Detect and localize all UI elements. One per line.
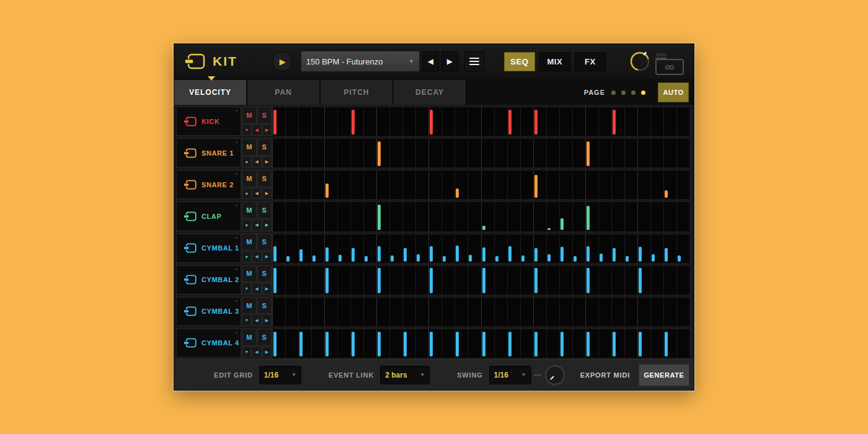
pattern-menu-button[interactable]: ▼: [242, 283, 251, 294]
step-cell[interactable]: [467, 107, 480, 136]
step-cell[interactable]: [494, 139, 507, 167]
velocity-bar[interactable]: [443, 256, 446, 262]
velocity-bar[interactable]: [273, 332, 277, 356]
step-cell[interactable]: [650, 329, 663, 358]
step-cell[interactable]: [676, 298, 689, 326]
velocity-bar[interactable]: [430, 268, 433, 293]
step-cell[interactable]: [311, 266, 324, 294]
step-cell[interactable]: [650, 170, 663, 199]
shift-right-button[interactable]: ▶: [262, 283, 272, 294]
step-cell[interactable]: [363, 329, 376, 358]
step-cell[interactable]: [598, 202, 611, 231]
step-cell[interactable]: [585, 107, 598, 136]
step-cell[interactable]: [441, 266, 454, 294]
menu-button[interactable]: [464, 51, 484, 71]
step-cell[interactable]: [598, 170, 611, 199]
step-cell[interactable]: [663, 107, 676, 136]
velocity-bar[interactable]: [534, 332, 538, 356]
step-cell[interactable]: [415, 298, 428, 326]
step-cell[interactable]: [337, 266, 350, 294]
step-cell[interactable]: [611, 266, 624, 294]
velocity-bar[interactable]: [352, 332, 355, 356]
step-cell[interactable]: [363, 107, 376, 136]
step-cell[interactable]: [676, 202, 689, 231]
step-cell[interactable]: [467, 139, 480, 167]
velocity-bar[interactable]: [613, 110, 616, 135]
step-cell[interactable]: [441, 202, 454, 231]
step-cell[interactable]: [467, 329, 480, 358]
tab-mix[interactable]: MIX: [539, 52, 570, 71]
velocity-bar[interactable]: [365, 256, 368, 262]
velocity-bar[interactable]: [326, 268, 329, 293]
tab-pitch[interactable]: PITCH: [321, 80, 394, 105]
step-cell[interactable]: [311, 329, 324, 358]
step-cell[interactable]: [285, 107, 298, 136]
shift-left-button[interactable]: ◀: [252, 283, 261, 294]
step-cell[interactable]: [441, 329, 454, 358]
solo-button[interactable]: S: [257, 202, 272, 219]
step-cell[interactable]: [572, 202, 585, 231]
step-cell[interactable]: [402, 107, 415, 136]
step-cell[interactable]: [311, 139, 324, 167]
shift-right-button[interactable]: ▶: [262, 251, 272, 262]
step-cell[interactable]: [663, 139, 676, 167]
export-midi-button[interactable]: EXPORT MIDI: [580, 371, 630, 379]
velocity-bar[interactable]: [521, 255, 525, 262]
step-cell[interactable]: [363, 170, 376, 199]
pattern-menu-button[interactable]: ▼: [242, 314, 251, 326]
step-cell[interactable]: [467, 202, 480, 231]
step-cell[interactable]: [363, 202, 376, 231]
solo-button[interactable]: S: [257, 329, 272, 346]
step-cell[interactable]: [676, 107, 689, 136]
step-cell[interactable]: [676, 329, 689, 358]
velocity-bar[interactable]: [560, 218, 564, 229]
velocity-bar[interactable]: [626, 256, 629, 262]
velocity-bar[interactable]: [534, 110, 538, 135]
track-label-clap[interactable]: CLAP: [176, 202, 241, 231]
track-label-cymbal-4[interactable]: CYMBAL 4: [176, 329, 241, 358]
velocity-bar[interactable]: [600, 254, 603, 262]
shift-right-button[interactable]: ▶: [262, 188, 272, 199]
velocity-bar[interactable]: [587, 246, 590, 261]
auto-button[interactable]: AUTO: [658, 82, 689, 102]
step-cell[interactable]: [402, 170, 415, 199]
velocity-bar[interactable]: [587, 332, 590, 356]
step-cell[interactable]: [546, 202, 559, 231]
velocity-bar[interactable]: [456, 332, 459, 356]
step-cell[interactable]: [324, 139, 337, 167]
step-cell[interactable]: [337, 170, 350, 199]
tab-pan[interactable]: PAN: [247, 80, 321, 105]
tab-fx[interactable]: FX: [575, 52, 606, 71]
velocity-bar[interactable]: [613, 332, 616, 356]
step-cell[interactable]: [624, 139, 637, 167]
shift-left-button[interactable]: ◀: [252, 251, 261, 262]
velocity-bar[interactable]: [482, 268, 485, 293]
pattern-menu-button[interactable]: ▼: [242, 251, 251, 262]
solo-button[interactable]: S: [257, 265, 272, 283]
velocity-bar[interactable]: [326, 247, 329, 262]
velocity-bar[interactable]: [286, 256, 290, 262]
step-cell[interactable]: [520, 202, 533, 231]
shift-left-button[interactable]: ◀: [252, 125, 261, 136]
mute-button[interactable]: M: [242, 329, 257, 346]
step-cell[interactable]: [298, 266, 311, 294]
step-cell[interactable]: [494, 170, 507, 199]
step-cell[interactable]: [454, 298, 467, 326]
velocity-bar[interactable]: [678, 255, 681, 262]
step-cell[interactable]: [428, 202, 441, 231]
step-cell[interactable]: [650, 139, 663, 167]
step-cell[interactable]: [650, 202, 663, 231]
step-cell[interactable]: [285, 266, 298, 294]
step-cell[interactable]: [494, 266, 507, 294]
velocity-bar[interactable]: [312, 255, 316, 262]
velocity-bar[interactable]: [560, 247, 564, 261]
shift-right-button[interactable]: ▶: [262, 219, 272, 231]
step-cell[interactable]: [598, 107, 611, 136]
step-cell[interactable]: [402, 266, 415, 294]
velocity-bar[interactable]: [587, 268, 590, 293]
step-cell[interactable]: [481, 139, 494, 167]
step-cell[interactable]: [572, 298, 585, 326]
step-cell[interactable]: [441, 107, 454, 136]
step-cell[interactable]: [311, 170, 324, 199]
step-cell[interactable]: [598, 139, 611, 167]
